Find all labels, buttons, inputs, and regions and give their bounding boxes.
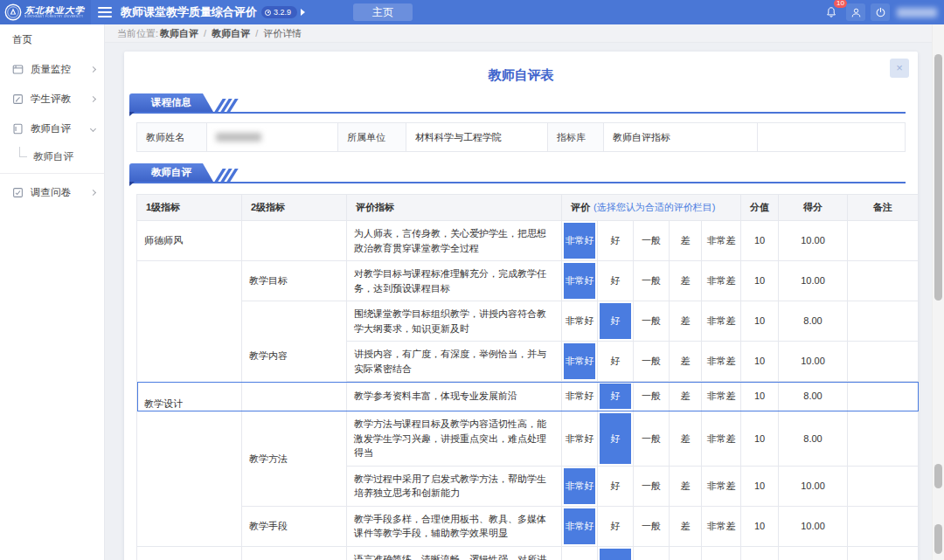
remark-cell xyxy=(848,221,919,261)
document-icon xyxy=(12,123,24,135)
header-remark: 备注 xyxy=(848,195,919,221)
close-button[interactable]: × xyxy=(890,59,909,78)
scrollbar-thumb[interactable] xyxy=(934,524,942,554)
score-obtained-cell: 8.00 xyxy=(779,301,848,342)
rating-option-button[interactable]: 一般 xyxy=(635,508,667,544)
page-scrollbar[interactable] xyxy=(932,24,944,560)
evaluation-indicator-cell: 讲授内容，有广度，有深度，举例恰当，并与实际紧密结合 xyxy=(347,342,562,382)
sidebar-item-student-evaluation[interactable]: 学生评教 xyxy=(0,84,104,114)
rating-option-button[interactable]: 差 xyxy=(671,263,699,299)
remark-cell xyxy=(848,546,919,560)
tab-home[interactable]: 主页 xyxy=(353,3,413,21)
rating-option-cell: 非常差 xyxy=(702,221,741,261)
remark-cell xyxy=(848,466,919,506)
rating-option-button[interactable]: 好 xyxy=(600,384,631,409)
rating-option-button[interactable]: 一般 xyxy=(635,343,667,379)
eval-row: 教学内容围绕课堂教学目标组织教学，讲授内容符合教学大纲要求，知识更新及时非常好好… xyxy=(137,301,919,342)
rating-option-button[interactable]: 非常好 xyxy=(564,468,595,504)
rating-option-button[interactable]: 一般 xyxy=(635,468,667,504)
level2-indicator-cell: 讲授清楚 xyxy=(242,546,347,560)
rating-option-button[interactable]: 好 xyxy=(600,549,631,560)
menu-toggle-icon[interactable] xyxy=(98,7,112,17)
rating-option-button[interactable]: 非常好 xyxy=(564,303,595,339)
rating-option-cell: 一般 xyxy=(634,221,670,261)
rating-option-cell: 非常差 xyxy=(702,546,741,560)
rating-option-button[interactable]: 一般 xyxy=(635,263,667,299)
rating-option-button[interactable]: 差 xyxy=(671,384,699,409)
rating-option-button[interactable]: 差 xyxy=(671,343,699,379)
rating-option-button[interactable]: 非常好 xyxy=(564,384,595,409)
rating-option-button[interactable]: 非常好 xyxy=(564,343,595,379)
rating-option-cell: 非常差 xyxy=(702,342,741,382)
notifications-button[interactable]: 10 xyxy=(822,3,841,21)
rating-option-button[interactable]: 好 xyxy=(600,223,631,259)
breadcrumb-prefix: 当前位置: xyxy=(117,27,158,40)
rating-option-button[interactable]: 好 xyxy=(600,343,631,379)
score-value-cell: 10 xyxy=(741,221,779,261)
rating-option-button[interactable]: 一般 xyxy=(635,303,667,339)
teacher-name-redacted xyxy=(216,133,261,142)
rating-option-button[interactable]: 一般 xyxy=(635,223,667,259)
rating-option-button[interactable]: 差 xyxy=(671,303,699,339)
rating-option-button[interactable]: 一般 xyxy=(635,549,667,560)
rating-option-button[interactable]: 非常差 xyxy=(704,384,739,409)
rating-option-button[interactable]: 好 xyxy=(600,263,631,299)
rating-option-button[interactable]: 差 xyxy=(671,468,699,504)
rating-option-button[interactable]: 非常差 xyxy=(704,303,739,339)
remark-cell xyxy=(848,261,919,301)
rating-option-button[interactable]: 好 xyxy=(600,303,631,339)
username-redacted xyxy=(897,8,937,17)
rating-option-cell: 一般 xyxy=(634,301,670,342)
rating-option-button[interactable]: 差 xyxy=(671,549,699,560)
course-info-table: 教师姓名 所属单位 材料科学与工程学院 指标库 教师自评指标 xyxy=(136,122,906,152)
rating-option-button[interactable]: 非常差 xyxy=(704,508,739,544)
rating-option-button[interactable]: 非常差 xyxy=(704,343,739,379)
rating-option-cell: 非常好 xyxy=(562,382,598,411)
profile-button[interactable] xyxy=(846,3,865,21)
rating-option-button[interactable]: 好 xyxy=(600,468,631,504)
sidebar-subitem-teacher-self-evaluation[interactable]: 教师自评 xyxy=(0,143,104,169)
expand-arrow-icon[interactable] xyxy=(301,9,305,16)
scrollbar-thumb[interactable] xyxy=(934,54,942,301)
logout-button[interactable] xyxy=(871,3,890,21)
sidebar-item-label: 调查问卷 xyxy=(31,186,91,199)
scrollbar-thumb[interactable] xyxy=(934,464,942,488)
rating-option-cell: 非常好 xyxy=(562,466,598,506)
rating-option-button[interactable]: 非常差 xyxy=(704,468,739,504)
rating-option-button[interactable]: 非常好 xyxy=(564,263,595,299)
rating-option-button[interactable]: 非常好 xyxy=(564,223,595,259)
rating-option-button[interactable]: 非常差 xyxy=(704,263,739,299)
rating-option-button[interactable]: 非常好 xyxy=(564,413,595,464)
rating-option-button[interactable]: 非常差 xyxy=(704,413,739,464)
rating-option-cell: 一般 xyxy=(634,546,670,560)
rating-option-button[interactable]: 差 xyxy=(671,413,699,464)
rating-option-cell: 一般 xyxy=(634,466,670,506)
sidebar-item-home[interactable]: 首页 xyxy=(0,24,104,54)
rating-option-button[interactable]: 非常差 xyxy=(704,549,739,560)
breadcrumb-item[interactable]: 教师自评 xyxy=(212,27,250,40)
score-obtained-cell: 10.00 xyxy=(779,506,848,546)
eval-row: 教学设计教学目标对教学目标与课程标准理解充分，完成教学任务，达到预设课程目标非常… xyxy=(137,261,919,301)
rating-option-button[interactable]: 非常好 xyxy=(564,508,595,544)
rating-option-button[interactable]: 好 xyxy=(600,413,631,464)
rating-option-button[interactable]: 非常差 xyxy=(704,223,739,259)
breadcrumb-item[interactable]: 教师自评 xyxy=(160,27,198,40)
rating-option-button[interactable]: 差 xyxy=(671,223,699,259)
rating-option-cell: 非常好 xyxy=(562,546,598,560)
teacher-name-label: 教师姓名 xyxy=(137,123,207,152)
rating-option-button[interactable]: 一般 xyxy=(635,413,667,464)
level1-indicator-cell: 师德师风 xyxy=(137,221,242,261)
score-obtained-cell: 10.00 xyxy=(779,221,848,261)
rating-option-button[interactable]: 好 xyxy=(600,508,631,544)
rating-option-button[interactable]: 非常好 xyxy=(564,549,595,560)
rating-option-button[interactable]: 一般 xyxy=(635,384,667,409)
sidebar-item-survey[interactable]: 调查问卷 xyxy=(0,177,104,207)
rating-option-cell: 好 xyxy=(598,342,634,382)
sidebar-item-teacher-self-evaluation[interactable]: 教师自评 xyxy=(0,114,104,143)
rating-option-cell: 好 xyxy=(598,221,634,261)
rating-option-button[interactable]: 差 xyxy=(671,508,699,544)
ribbon-stripes xyxy=(219,99,237,112)
course-info-empty-cell xyxy=(758,123,906,152)
rating-option-cell: 好 xyxy=(598,301,634,342)
sidebar-item-quality-monitoring[interactable]: 质量监控 xyxy=(0,54,104,84)
